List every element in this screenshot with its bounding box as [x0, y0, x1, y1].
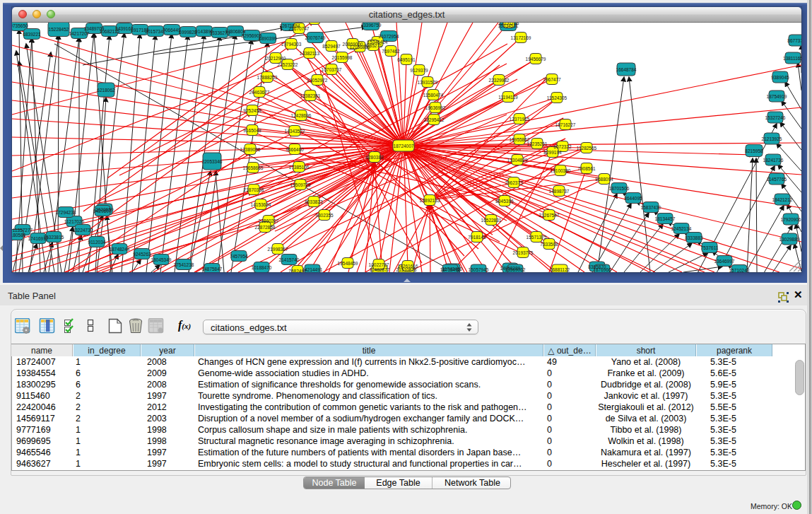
svg-text:17294238: 17294238: [56, 210, 76, 215]
svg-text:20193775: 20193775: [513, 250, 534, 255]
svg-text:21072954: 21072954: [379, 34, 399, 39]
svg-text:7908561: 7908561: [577, 166, 596, 171]
svg-text:8299194: 8299194: [543, 150, 562, 155]
svg-text:13172169: 13172169: [511, 35, 531, 40]
svg-text:22295412: 22295412: [424, 117, 445, 122]
svg-text:7066449: 7066449: [163, 28, 181, 33]
svg-text:13224730: 13224730: [73, 228, 93, 233]
svg-text:13892133: 13892133: [420, 198, 440, 203]
svg-text:7457954: 7457954: [230, 254, 248, 259]
svg-text:13369062: 13369062: [505, 267, 526, 272]
svg-text:19548459: 19548459: [338, 261, 358, 266]
svg-text:16648784: 16648784: [616, 67, 637, 72]
svg-text:13304829: 13304829: [507, 158, 528, 163]
svg-text:6999828: 6999828: [179, 30, 197, 35]
svg-text:9302355: 9302355: [315, 213, 334, 218]
svg-text:7918148: 7918148: [468, 235, 486, 240]
svg-text:13396759: 13396759: [361, 23, 382, 28]
svg-text:21870338: 21870338: [244, 187, 264, 192]
svg-text:10188470: 10188470: [252, 265, 272, 270]
svg-text:6495191: 6495191: [397, 57, 416, 62]
svg-text:12235251: 12235251: [527, 141, 548, 146]
svg-text:9252458: 9252458: [243, 108, 261, 113]
svg-text:7682497: 7682497: [288, 269, 307, 273]
svg-text:19100380: 19100380: [551, 168, 571, 173]
svg-text:16881122: 16881122: [550, 267, 570, 272]
svg-text:8688094: 8688094: [595, 177, 613, 182]
svg-text:18748244: 18748244: [110, 247, 130, 252]
svg-text:6890399: 6890399: [259, 36, 277, 41]
svg-text:9129379: 9129379: [410, 68, 428, 73]
svg-text:18421212: 18421212: [772, 197, 793, 202]
svg-text:17385106: 17385106: [289, 165, 310, 170]
svg-text:11580474: 11580474: [423, 93, 444, 98]
svg-text:10022727: 10022727: [369, 262, 389, 267]
svg-text:18701506: 18701506: [609, 186, 630, 191]
svg-text:6839221: 6839221: [23, 32, 41, 37]
svg-text:20180586: 20180586: [12, 233, 26, 238]
svg-text:20155998: 20155998: [332, 55, 353, 60]
svg-text:6218062: 6218062: [97, 88, 115, 93]
svg-text:7697462: 7697462: [382, 49, 400, 54]
svg-text:22151708: 22151708: [499, 23, 519, 25]
svg-text:14382113: 14382113: [300, 51, 320, 56]
svg-text:10703737: 10703737: [322, 67, 342, 72]
svg-text:14343522: 14343522: [285, 129, 305, 134]
svg-text:19456679: 19456679: [526, 57, 546, 62]
svg-text:15327246: 15327246: [765, 115, 786, 120]
svg-text:22329982: 22329982: [489, 78, 510, 83]
svg-text:15323815: 15323815: [44, 235, 64, 240]
svg-text:21523222: 21523222: [278, 62, 298, 67]
svg-text:11357277: 11357277: [13, 228, 33, 233]
svg-text:22053346: 22053346: [202, 159, 223, 164]
svg-text:11482877: 11482877: [370, 267, 390, 272]
svg-text:18045349: 18045349: [151, 257, 172, 262]
svg-text:9245263: 9245263: [133, 252, 151, 257]
svg-text:17541238: 17541238: [174, 262, 194, 267]
svg-text:8045396: 8045396: [495, 199, 514, 204]
svg-text:8033823: 8033823: [305, 199, 323, 204]
svg-text:15228452: 15228452: [49, 27, 69, 32]
svg-text:18732411: 18732411: [440, 267, 461, 272]
svg-text:21052972: 21052972: [307, 78, 328, 83]
svg-text:18241736: 18241736: [763, 158, 784, 163]
svg-text:9285271: 9285271: [364, 43, 382, 48]
svg-text:13811165: 13811165: [783, 56, 801, 61]
svg-text:18754919: 18754919: [767, 94, 787, 99]
svg-text:17920906: 17920906: [781, 217, 801, 222]
svg-text:19509728: 19509728: [290, 182, 311, 187]
svg-text:12428696: 12428696: [291, 113, 312, 118]
svg-text:15057945: 15057945: [469, 267, 489, 272]
svg-text:21670747: 21670747: [289, 26, 310, 31]
svg-text:21415740: 21415740: [279, 257, 300, 262]
svg-text:14898737: 14898737: [549, 189, 570, 194]
svg-text:7537611: 7537611: [701, 245, 719, 250]
svg-text:21998367: 21998367: [268, 247, 288, 252]
svg-text:11457765: 11457765: [767, 177, 787, 182]
svg-text:11194119: 11194119: [498, 95, 518, 100]
svg-text:15571375: 15571375: [526, 235, 547, 240]
svg-text:7967477: 7967477: [543, 77, 561, 82]
svg-text:14875847: 14875847: [202, 267, 223, 271]
svg-text:20212940: 20212940: [266, 56, 286, 61]
svg-text:12382351: 12382351: [300, 93, 321, 98]
svg-text:8215958: 8215958: [745, 148, 763, 153]
svg-text:15837430: 15837430: [641, 205, 661, 210]
svg-text:9112034: 9112034: [88, 240, 106, 245]
svg-text:11524305: 11524305: [547, 95, 567, 100]
svg-text:20076749: 20076749: [305, 35, 326, 40]
svg-text:20869000: 20869000: [343, 42, 363, 47]
svg-text:17888253: 17888253: [257, 75, 278, 80]
svg-text:8333883: 8333883: [685, 235, 703, 240]
svg-text:14153634: 14153634: [251, 202, 271, 207]
svg-text:21860207: 21860207: [259, 218, 279, 223]
svg-text:8529497: 8529497: [322, 44, 341, 49]
svg-text:12452134: 12452134: [671, 226, 692, 231]
svg-text:20463677: 20463677: [249, 90, 270, 95]
svg-text:21213925: 21213925: [762, 136, 782, 141]
svg-text:18716227: 18716227: [555, 122, 576, 127]
svg-text:7962373: 7962373: [505, 180, 523, 185]
svg-text:14261616: 14261616: [398, 264, 418, 269]
svg-text:8280388: 8280388: [365, 155, 384, 160]
svg-text:14217207: 14217207: [69, 31, 90, 36]
